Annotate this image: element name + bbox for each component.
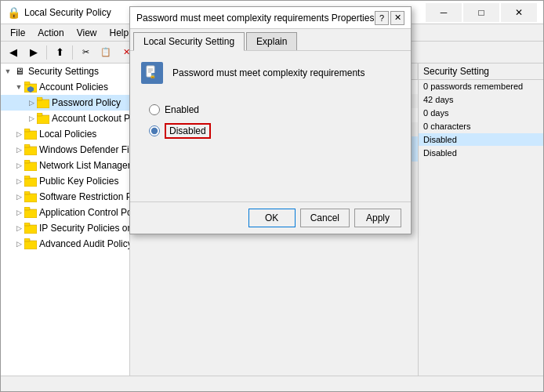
radio-disabled[interactable] bbox=[149, 125, 160, 136]
policy-icon-svg: 🔒 bbox=[144, 65, 160, 81]
dialog-policy-title: Password must meet complexity requiremen… bbox=[172, 67, 364, 78]
dialog-title: Password must meet complexity requiremen… bbox=[136, 13, 375, 24]
radio-enabled-label[interactable]: Enabled bbox=[165, 104, 199, 115]
tab-explain[interactable]: Explain bbox=[246, 32, 297, 50]
cancel-button[interactable]: Cancel bbox=[300, 209, 350, 227]
tab-local-security-setting[interactable]: Local Security Setting bbox=[133, 32, 245, 51]
policy-header: 🔒 Password must meet complexity requirem… bbox=[140, 60, 401, 85]
ok-button[interactable]: OK bbox=[248, 209, 296, 227]
dialog-close-button[interactable]: ✕ bbox=[390, 11, 404, 25]
radio-group: Enabled Disabled bbox=[140, 98, 401, 145]
dialog-tabs: Local Security Setting Explain bbox=[130, 29, 411, 51]
dialog-footer: OK Cancel Apply bbox=[130, 201, 411, 234]
radio-option-disabled: Disabled bbox=[149, 123, 392, 139]
dialog-overlay: Password must meet complexity requiremen… bbox=[0, 0, 544, 392]
radio-disabled-label[interactable]: Disabled bbox=[169, 125, 206, 136]
dialog-title-controls: ? ✕ bbox=[375, 11, 404, 25]
disabled-highlight-box: Disabled bbox=[165, 123, 211, 139]
apply-button[interactable]: Apply bbox=[354, 209, 401, 227]
dialog-title-bar: Password must meet complexity requiremen… bbox=[130, 7, 411, 29]
policy-icon-container: 🔒 bbox=[140, 60, 165, 85]
svg-text:🔒: 🔒 bbox=[150, 73, 156, 79]
dialog-content: 🔒 Password must meet complexity requirem… bbox=[130, 51, 411, 154]
radio-option-enabled: Enabled bbox=[149, 104, 392, 115]
policy-icon-inner: 🔒 bbox=[141, 62, 163, 84]
radio-enabled[interactable] bbox=[149, 104, 160, 115]
properties-dialog: Password must meet complexity requiremen… bbox=[129, 6, 412, 234]
dialog-help-button[interactable]: ? bbox=[375, 11, 389, 25]
